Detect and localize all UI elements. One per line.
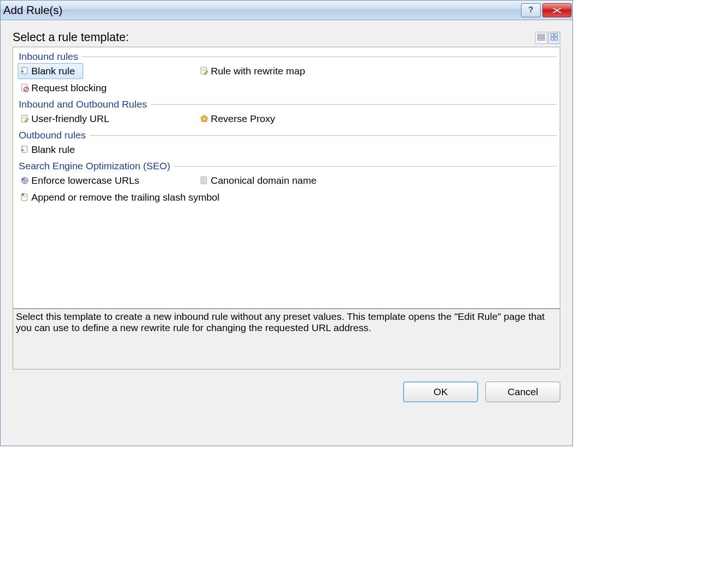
svg-rect-6 — [555, 37, 557, 40]
template-reverse-proxy[interactable]: Reverse Proxy — [197, 111, 278, 127]
template-label: Reverse Proxy — [211, 113, 275, 124]
titlebar: Add Rule(s) ? — [0, 0, 572, 20]
template-label: Request blocking — [31, 82, 107, 94]
group-header-inbound: Inbound rules — [16, 51, 557, 62]
svg-rect-5 — [551, 37, 554, 40]
proxy-icon — [200, 114, 209, 123]
group-label: Search Engine Optimization (SEO) — [19, 160, 170, 172]
doc-list-icon — [200, 176, 209, 185]
template-label: Enforce lowercase URLs — [31, 175, 139, 186]
svg-point-8 — [21, 67, 23, 69]
dialog-button-row: OK Cancel — [13, 369, 560, 404]
help-button[interactable]: ? — [521, 3, 541, 17]
group-label: Inbound rules — [19, 51, 78, 62]
description-box: Select this template to create a new inb… — [13, 309, 560, 369]
svg-rect-4 — [555, 34, 557, 36]
group-items: Enforce lowercase URLs Canonical domain … — [16, 173, 557, 205]
globe-icon — [20, 176, 29, 185]
group-divider — [82, 57, 557, 57]
template-rule-with-rewrite-map[interactable]: Rule with rewrite map — [197, 63, 307, 79]
template-label: Rule with rewrite map — [211, 65, 305, 77]
help-icon: ? — [528, 5, 534, 15]
close-icon — [552, 7, 562, 14]
view-grid-button[interactable] — [548, 32, 560, 44]
svg-point-21 — [21, 146, 23, 148]
group-items: User-friendly URL Reverse Proxy — [16, 111, 557, 127]
group-items: Blank rule Rule with rewrite map — [16, 63, 557, 96]
view-list-button[interactable] — [535, 32, 547, 44]
template-label: Blank rule — [31, 65, 75, 77]
grid-view-icon — [550, 33, 558, 43]
template-request-blocking[interactable]: Request blocking — [18, 80, 109, 96]
ok-label: OK — [434, 386, 448, 398]
doc-pin-icon — [20, 193, 29, 202]
doc-edit-icon — [20, 114, 29, 123]
header-row: Select a rule template: — [13, 30, 560, 44]
cancel-label: Cancel — [507, 386, 538, 398]
list-view-icon — [537, 33, 545, 43]
svg-point-19 — [203, 117, 206, 120]
template-label: Canonical domain name — [211, 175, 316, 186]
group-items: Blank rule — [16, 142, 557, 158]
group-header-inout: Inbound and Outbound Rules — [16, 99, 557, 110]
template-append-remove-trailing-slash[interactable]: Append or remove the trailing slash symb… — [18, 189, 222, 205]
svg-rect-3 — [551, 34, 554, 36]
add-rules-dialog: Add Rule(s) ? Select a rule template: — [0, 0, 573, 446]
template-label: User-friendly URL — [31, 113, 109, 124]
group-divider — [90, 135, 557, 136]
template-list[interactable]: Inbound rules Blank rule — [13, 47, 560, 309]
description-text: Select this template to create a new inb… — [16, 311, 545, 333]
group-divider — [150, 104, 557, 105]
template-user-friendly-url[interactable]: User-friendly URL — [18, 111, 112, 127]
close-button[interactable] — [542, 3, 571, 17]
template-label: Append or remove the trailing slash symb… — [31, 192, 220, 203]
dialog-body: Select a rule template: — [0, 20, 572, 446]
view-mode-buttons — [535, 32, 560, 44]
doc-block-icon — [20, 83, 29, 93]
doc-edit-icon — [200, 66, 209, 76]
section-title: Select a rule template: — [13, 30, 129, 44]
template-blank-rule-inbound[interactable]: Blank rule — [18, 63, 83, 79]
ok-button[interactable]: OK — [403, 382, 478, 402]
template-label: Blank rule — [31, 144, 75, 155]
svg-rect-1 — [538, 36, 544, 38]
doc-in-icon — [20, 66, 29, 76]
group-header-outbound: Outbound rules — [16, 130, 557, 141]
group-header-seo: Search Engine Optimization (SEO) — [16, 160, 557, 172]
svg-rect-24 — [201, 177, 207, 184]
svg-point-32 — [22, 194, 24, 196]
cancel-button[interactable]: Cancel — [485, 382, 560, 402]
doc-out-icon — [20, 145, 29, 154]
svg-rect-0 — [538, 34, 544, 36]
window-title: Add Rule(s) — [3, 4, 521, 17]
group-label: Outbound rules — [19, 130, 86, 141]
template-blank-rule-outbound[interactable]: Blank rule — [18, 142, 83, 158]
template-canonical-domain-name[interactable]: Canonical domain name — [197, 173, 319, 188]
svg-point-23 — [22, 178, 24, 180]
template-enforce-lowercase-urls[interactable]: Enforce lowercase URLs — [18, 173, 142, 188]
group-divider — [174, 166, 557, 166]
group-label: Inbound and Outbound Rules — [19, 99, 147, 110]
svg-rect-2 — [538, 39, 544, 40]
